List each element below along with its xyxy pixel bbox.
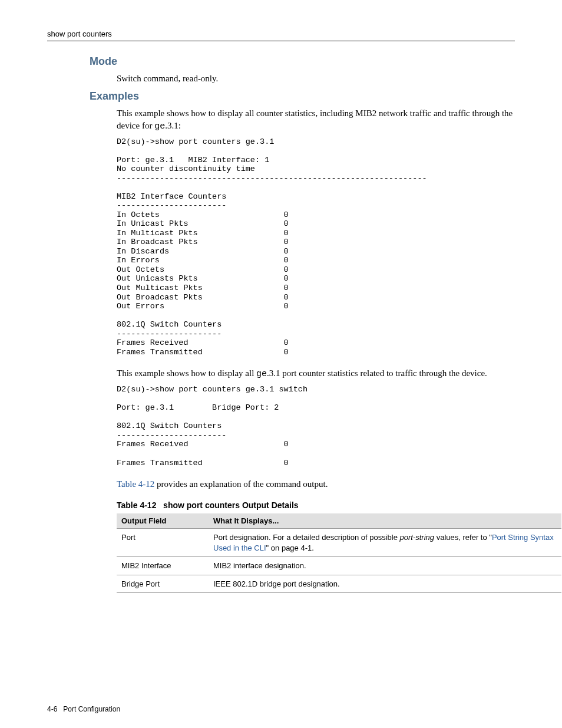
table-cell-desc: IEEE 802.1D bridge port designation. <box>209 575 561 593</box>
footer-chapter: Port Configuration <box>63 705 120 713</box>
table-head-field: Output Field <box>117 513 209 529</box>
section-heading-mode: Mode <box>90 55 515 68</box>
table-ref-link[interactable]: Table 4-12 <box>117 479 154 489</box>
example1-intro: This example shows how to display all co… <box>117 107 515 133</box>
table-head-desc: What It Displays... <box>209 513 561 529</box>
page-footer: 4-6 Port Configuration <box>47 705 515 713</box>
output-details-table: Output Field What It Displays... PortPor… <box>117 513 561 593</box>
code-block-1: D2(su)->show port counters ge.3.1 Port: … <box>117 137 515 357</box>
mode-text: Switch command, read-only. <box>117 73 515 84</box>
table-reference: Table 4-12 provides an explanation of th… <box>117 478 515 490</box>
table-row: PortPort designation. For a detailed des… <box>117 529 561 557</box>
table-cell-desc: Port designation. For a detailed descrip… <box>209 529 561 557</box>
example2-intro: This example shows how to display all ge… <box>117 367 515 380</box>
table-cell-field: MIB2 Interface <box>117 557 209 575</box>
section-heading-examples: Examples <box>90 90 515 103</box>
table-cell-desc: MIB2 interface designation. <box>209 557 561 575</box>
header-title: show port counters <box>47 29 112 38</box>
footer-page: 4-6 <box>47 705 57 713</box>
table-cell-field: Bridge Port <box>117 575 209 593</box>
table-cell-field: Port <box>117 529 209 557</box>
table-caption: Table 4-12 show port counters Output Det… <box>117 500 515 510</box>
table-row: Bridge PortIEEE 802.1D bridge port desig… <box>117 575 561 593</box>
table-row: MIB2 InterfaceMIB2 interface designation… <box>117 557 561 575</box>
page-header: show port counters <box>47 29 515 41</box>
code-block-2: D2(su)->show port counters ge.3.1 switch… <box>117 385 515 467</box>
